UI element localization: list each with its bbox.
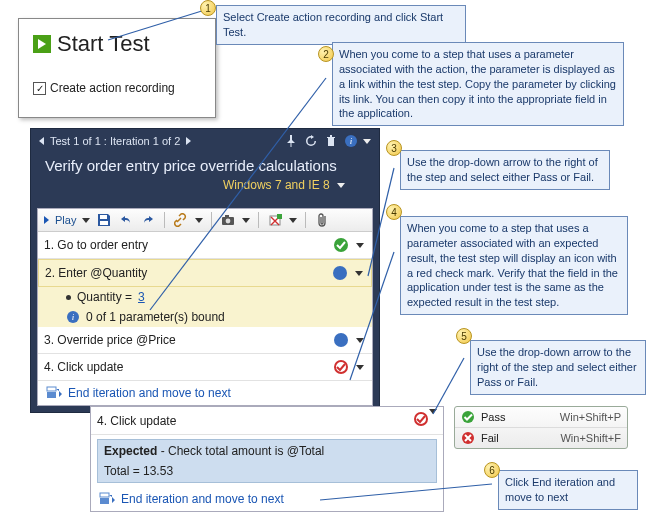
play-label[interactable]: Play (55, 214, 76, 226)
callout-4: When you come to a step that uses a para… (400, 216, 628, 315)
svg-rect-14 (277, 214, 282, 219)
detail-step-row[interactable]: 4. Click update (91, 407, 443, 435)
env-caret-icon[interactable] (337, 183, 345, 188)
step-2-label: 2. Enter @Quantity (45, 266, 331, 280)
end-iteration-link[interactable]: End iteration and move to next (38, 381, 372, 405)
fail-label: Fail (481, 432, 513, 444)
steps-container: Play (37, 208, 373, 406)
pin-icon[interactable] (283, 133, 299, 149)
end-iteration-icon (46, 385, 62, 401)
svg-point-22 (335, 361, 347, 373)
svg-rect-8 (100, 215, 107, 219)
passfail-popover: Pass Win+Shift+P Fail Win+Shift+F (454, 406, 628, 449)
camera-icon[interactable] (220, 212, 236, 228)
expected-total: Total = 13.53 (104, 464, 430, 478)
test-runner-panel: Test 1 of 1 : Iteration 1 of 2 i Verify … (30, 128, 380, 413)
step-row-1[interactable]: 1. Go to order entry (38, 232, 372, 259)
active-step-icon (332, 331, 350, 349)
step-2-result-caret[interactable] (353, 271, 365, 276)
bug-icon[interactable] (267, 212, 283, 228)
test-iteration-label: Test 1 of 1 : Iteration 1 of 2 (50, 135, 180, 147)
expected-result-box: Expected - Check total amount is @Total … (97, 439, 437, 483)
callout-2: When you come to a step that uses a para… (332, 42, 624, 126)
svg-point-15 (334, 238, 348, 252)
detail-end-iteration-label: End iteration and move to next (121, 492, 284, 506)
svg-point-17 (338, 271, 343, 276)
step-detail-panel: 4. Click update Expected - Check total a… (90, 406, 444, 512)
start-test-box: Start Test ✓ Create action recording (18, 18, 216, 118)
pass-option[interactable]: Pass Win+Shift+P (455, 407, 627, 427)
fail-shortcut: Win+Shift+F (560, 432, 621, 444)
play-icon[interactable] (44, 216, 49, 224)
redo-icon[interactable] (140, 212, 156, 228)
step-row-3[interactable]: 3. Override price @Price (38, 327, 372, 354)
create-recording-label: Create action recording (50, 81, 175, 95)
info-icon: i (66, 310, 80, 324)
nav-next-icon[interactable] (186, 137, 191, 145)
link-steps-icon[interactable] (173, 212, 189, 228)
expected-result-icon (332, 358, 350, 376)
camera-caret[interactable] (242, 218, 250, 223)
undo-icon[interactable] (118, 212, 134, 228)
test-title: Verify order entry price override calcul… (45, 157, 365, 174)
quantity-param-link[interactable]: 3 (138, 290, 145, 304)
end-iteration-label: End iteration and move to next (68, 386, 231, 400)
callout-badge-1: 1 (200, 0, 216, 16)
link-caret[interactable] (195, 218, 203, 223)
step-2-bound-sub: i 0 of 1 parameter(s) bound (38, 307, 372, 327)
nav-prev-icon[interactable] (39, 137, 44, 145)
svg-rect-27 (100, 493, 109, 497)
step-3-result-caret[interactable] (354, 338, 366, 343)
save-icon[interactable] (96, 212, 112, 228)
expected-result-icon (413, 411, 429, 430)
reset-icon[interactable] (303, 133, 319, 149)
step-2-quantity-sub: Quantity = 3 (38, 287, 372, 307)
end-iteration-icon (99, 491, 115, 507)
pass-shortcut: Win+Shift+P (560, 411, 621, 423)
fail-option[interactable]: Fail Win+Shift+F (455, 427, 627, 448)
expected-rest: - Check total amount is @Total (157, 444, 324, 458)
step-1-result-caret[interactable] (354, 243, 366, 248)
callout-badge-5: 5 (456, 328, 472, 344)
step-3-label: 3. Override price @Price (44, 333, 332, 347)
bug-caret[interactable] (289, 218, 297, 223)
titlebar-menu-caret[interactable] (363, 139, 371, 144)
runner-titlebar: Test 1 of 1 : Iteration 1 of 2 i (31, 129, 379, 153)
svg-rect-12 (225, 215, 229, 218)
svg-rect-24 (47, 387, 56, 391)
callout-6: Click End iteration and move to next (498, 470, 638, 510)
svg-point-25 (415, 413, 427, 425)
detail-step-label: 4. Click update (97, 414, 413, 428)
bullet-icon (66, 295, 71, 300)
pass-icon (332, 236, 350, 254)
step-row-2[interactable]: 2. Enter @Quantity (38, 259, 372, 287)
steps-toolbar: Play (38, 209, 372, 232)
callout-badge-3: 3 (386, 140, 402, 156)
delete-icon[interactable] (323, 133, 339, 149)
callout-badge-4: 4 (386, 204, 402, 220)
detail-end-iteration-link[interactable]: End iteration and move to next (91, 487, 443, 511)
svg-rect-23 (47, 392, 56, 398)
quantity-label: Quantity = (77, 290, 132, 304)
pass-label: Pass (481, 411, 513, 423)
fail-icon (461, 431, 475, 445)
active-step-icon (331, 264, 349, 282)
titlebar-info-icon[interactable]: i (343, 133, 359, 149)
start-test-row[interactable]: Start Test (33, 31, 201, 57)
callout-3: Use the drop-down arrow to the right of … (400, 150, 610, 190)
attachment-icon[interactable] (314, 212, 330, 228)
checkbox-icon: ✓ (33, 82, 46, 95)
svg-point-11 (226, 219, 231, 224)
detail-result-caret[interactable] (429, 414, 437, 428)
start-arrow-icon (33, 35, 51, 53)
callout-badge-2: 2 (318, 46, 334, 62)
environment-label: Windows 7 and IE 8 (223, 178, 330, 192)
step-4-result-caret[interactable] (354, 365, 366, 370)
svg-point-21 (339, 338, 344, 343)
step-row-4[interactable]: 4. Click update (38, 354, 372, 381)
play-menu-caret[interactable] (82, 218, 90, 223)
callout-badge-6: 6 (484, 462, 500, 478)
create-recording-row[interactable]: ✓ Create action recording (33, 81, 201, 95)
step-4-label: 4. Click update (44, 360, 332, 374)
callout-5: Use the drop-down arrow to the right of … (470, 340, 646, 395)
